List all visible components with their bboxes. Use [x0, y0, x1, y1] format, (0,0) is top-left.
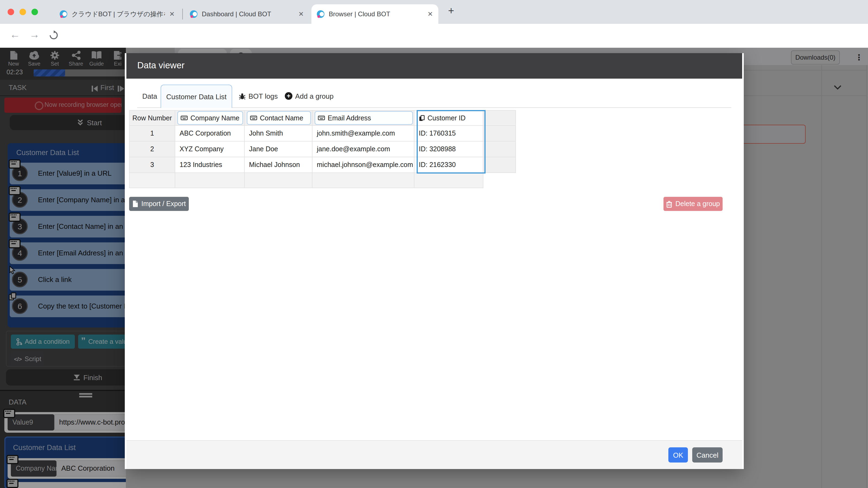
customer-data-table: Row Number Company Name Contact Name Ema…: [129, 110, 516, 188]
page-content: Complete + Downloads(0) ⋮ New Save: [0, 48, 868, 488]
modal-footer: OK Cancel: [126, 440, 742, 469]
new-tab-button[interactable]: +: [448, 5, 454, 17]
minimize-window-light[interactable]: [20, 9, 26, 15]
tab-title: Dashboard | Cloud BOT: [202, 10, 294, 18]
file-icon: [132, 200, 138, 208]
cell-empty: [483, 141, 516, 157]
tab-title: クラウドBOT | ブラウザの操作を自: [72, 9, 165, 19]
browser-tab-strip: クラウドBOT | ブラウザの操作を自 ✕ Dashboard | Cloud …: [0, 0, 868, 24]
reload-icon[interactable]: [49, 30, 59, 42]
browser-tab-1[interactable]: クラウドBOT | ブラウザの操作を自 ✕: [54, 4, 180, 24]
cell-email[interactable]: john.smith@example.com: [312, 126, 414, 141]
cell-email[interactable]: michael.johnson@example.com: [312, 157, 414, 173]
cell-customer-id[interactable]: ID: 1760315: [414, 126, 483, 141]
delete-group-button[interactable]: Delete a group: [663, 197, 723, 211]
keyboard-icon: [318, 116, 325, 120]
bug-icon: [239, 93, 246, 99]
cell-row-number: 2: [129, 141, 175, 157]
tab-close-icon[interactable]: ✕: [169, 10, 175, 18]
cell-empty: [483, 126, 516, 141]
col-header-contact-name[interactable]: Contact Name: [244, 110, 312, 126]
tab-close-icon[interactable]: ✕: [428, 10, 433, 18]
import-export-button[interactable]: Import / Export: [129, 197, 189, 211]
paste-icon: [419, 115, 425, 121]
cell-contact[interactable]: Michael Johnson: [244, 157, 312, 173]
table-row[interactable]: 2 XYZ Company Jane Doe jane.doe@example.…: [129, 141, 516, 157]
col-header-row-number: Row Number: [129, 110, 175, 126]
browser-tab-2[interactable]: Dashboard | Cloud BOT ✕: [184, 4, 309, 24]
cell-contact[interactable]: Jane Doe: [244, 141, 312, 157]
table-row-empty[interactable]: [129, 173, 516, 188]
back-icon[interactable]: ←: [10, 29, 20, 41]
modal-tab-customer-data-list[interactable]: Customer Data List: [161, 85, 232, 108]
trash-icon: [666, 200, 672, 207]
screenshot: クラウドBOT | ブラウザの操作を自 ✕ Dashboard | Cloud …: [0, 0, 868, 488]
modal-tab-bot-logs[interactable]: BOT logs: [239, 85, 278, 107]
table-row[interactable]: 1 ABC Corporation John Smith john.smith@…: [129, 126, 516, 141]
cloudbot-favicon: [190, 10, 197, 18]
cloudbot-favicon: [317, 10, 324, 18]
modal-title: Data viewer: [137, 60, 184, 70]
modal-header: Data viewer: [126, 53, 742, 78]
cell-company[interactable]: 123 Industries: [175, 157, 244, 173]
tab-title: Browser | Cloud BOT: [329, 10, 423, 18]
keyboard-icon: [250, 116, 257, 120]
browser-tab-3-active[interactable]: Browser | Cloud BOT ✕: [311, 4, 438, 24]
browser-toolbar: ← → console.c-bot.pro/browser G あ ゲスト ⋮: [0, 24, 868, 48]
cell-row-number: 1: [129, 126, 175, 141]
cell-row-number: 3: [129, 157, 175, 173]
cell-customer-id[interactable]: ID: 2162330: [414, 157, 483, 173]
col-header-company-name[interactable]: Company Name: [175, 110, 244, 126]
col-header-empty: [483, 110, 516, 126]
modal-tab-add-group[interactable]: + Add a group: [285, 85, 334, 107]
cell-contact[interactable]: John Smith: [244, 126, 312, 141]
data-viewer-modal: Data viewer Data Customer Data List BOT …: [126, 53, 742, 469]
tab-separator: [182, 9, 183, 20]
plus-circle-icon: +: [285, 92, 292, 100]
forward-icon[interactable]: →: [29, 29, 40, 41]
cell-customer-id[interactable]: ID: 3208988: [414, 141, 483, 157]
zoom-window-light[interactable]: [31, 9, 38, 15]
cell-company[interactable]: XYZ Company: [175, 141, 244, 157]
cell-email[interactable]: jane.doe@example.com: [312, 141, 414, 157]
cell-company[interactable]: ABC Corporation: [175, 126, 244, 141]
modal-tab-data[interactable]: Data: [137, 85, 162, 107]
tab-close-icon[interactable]: ✕: [299, 10, 304, 18]
col-header-customer-id[interactable]: Customer ID: [414, 110, 483, 126]
keyboard-icon: [181, 116, 188, 120]
table-row[interactable]: 3 123 Industries Michael Johnson michael…: [129, 157, 516, 173]
ok-button[interactable]: OK: [669, 447, 688, 462]
cancel-button[interactable]: Cancel: [692, 447, 723, 462]
cloudbot-favicon: [60, 10, 67, 18]
close-window-light[interactable]: [8, 9, 14, 15]
col-header-email-address[interactable]: Email Address: [312, 110, 414, 126]
cell-empty: [483, 157, 516, 173]
